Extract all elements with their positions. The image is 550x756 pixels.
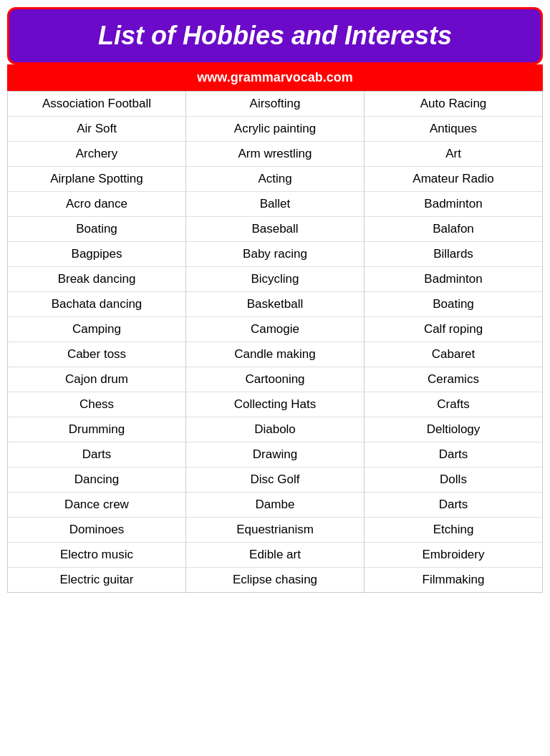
list-item: Chess [8, 392, 185, 417]
list-item: Disc Golf [186, 467, 364, 493]
list-item: Air Soft [8, 117, 185, 142]
list-item: Drawing [186, 442, 364, 467]
column-3: Auto RacingAntiquesArtAmateur RadioBadmi… [365, 92, 542, 592]
list-item: Acting [186, 167, 364, 192]
list-item: Electric guitar [8, 568, 185, 592]
list-item: Baseball [186, 217, 364, 242]
list-item: Ceramics [365, 367, 542, 392]
list-item: Amateur Radio [365, 167, 542, 192]
list-item: Basketball [186, 292, 364, 317]
list-item: Crafts [365, 392, 542, 417]
list-item: Equestrianism [186, 518, 364, 543]
list-item: Deltiology [365, 417, 542, 442]
list-item: Badminton [365, 267, 542, 292]
list-item: Billards [365, 242, 542, 267]
list-item: Bicycling [186, 267, 364, 292]
website-bar: www.grammarvocab.com [7, 64, 543, 91]
list-item: Dambe [186, 493, 364, 518]
list-item: Balafon [365, 217, 542, 242]
list-item: Boating [365, 292, 542, 317]
list-item: Calf roping [365, 317, 542, 342]
list-item: Cajon drum [8, 367, 185, 392]
list-item: Archery [8, 142, 185, 167]
list-item: Camping [8, 317, 185, 342]
list-item: Cabaret [365, 342, 542, 367]
list-item: Acro dance [8, 192, 185, 217]
list-item: Edible art [186, 543, 364, 568]
header-title: List of Hobbies and Interests [98, 21, 452, 50]
list-item: Dolls [365, 467, 542, 493]
list-item: Dancing [8, 467, 185, 493]
list-item: Diabolo [186, 417, 364, 442]
list-item: Badminton [365, 192, 542, 217]
list-item: Acrylic painting [186, 117, 364, 142]
list-item: Dance crew [8, 493, 185, 518]
list-item: Darts [365, 493, 542, 518]
list-item: Embroidery [365, 543, 542, 568]
list-item: Eclipse chasing [186, 568, 364, 592]
list-item: Bagpipes [8, 242, 185, 267]
list-item: Airplane Spotting [8, 167, 185, 192]
list-item: Drumming [8, 417, 185, 442]
list-item: Antiques [365, 117, 542, 142]
list-item: Camogie [186, 317, 364, 342]
list-item: Caber toss [8, 342, 185, 367]
list-item: Auto Racing [365, 92, 542, 117]
list-item: Etching [365, 518, 542, 543]
list-item: Collecting Hats [186, 392, 364, 417]
list-item: Darts [8, 442, 185, 467]
column-1: Association FootballAir SoftArcheryAirpl… [8, 92, 186, 592]
list-item: Cartooning [186, 367, 364, 392]
list-item: Bachata dancing [8, 292, 185, 317]
list-item: Baby racing [186, 242, 364, 267]
list-item: Dominoes [8, 518, 185, 543]
list-item: Airsofting [186, 92, 364, 117]
list-item: Art [365, 142, 542, 167]
list-item: Electro music [8, 543, 185, 568]
list-item: Break dancing [8, 267, 185, 292]
website-url: www.grammarvocab.com [197, 70, 352, 84]
content-grid: Association FootballAir SoftArcheryAirpl… [7, 91, 543, 593]
list-item: Filmmaking [365, 568, 542, 592]
header: List of Hobbies and Interests [7, 7, 543, 64]
list-item: Darts [365, 442, 542, 467]
column-2: AirsoftingAcrylic paintingArm wrestlingA… [186, 92, 365, 592]
list-item: Ballet [186, 192, 364, 217]
list-item: Boating [8, 217, 185, 242]
list-item: Association Football [8, 92, 185, 117]
list-item: Arm wrestling [186, 142, 364, 167]
list-item: Candle making [186, 342, 364, 367]
